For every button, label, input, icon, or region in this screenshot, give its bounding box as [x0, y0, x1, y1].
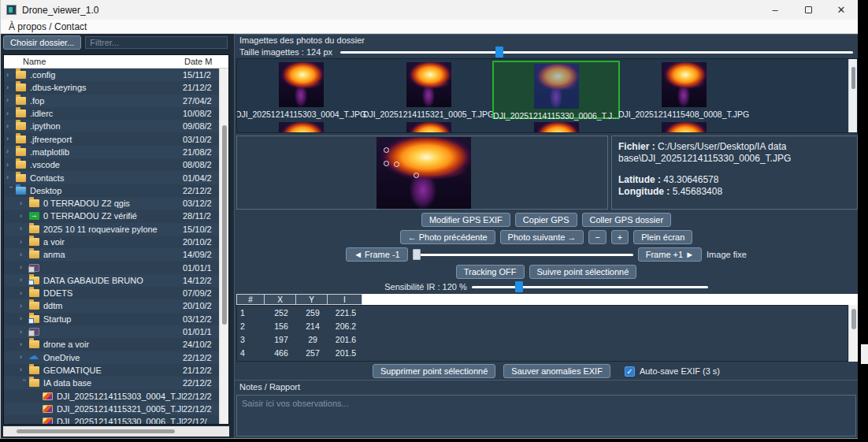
tree-row[interactable]: ›anma14/09/2: [4, 248, 219, 261]
modify-gps-exif-button[interactable]: Modifier GPS EXIF: [421, 213, 510, 227]
column-header[interactable]: Y: [296, 294, 328, 305]
tree-expand-icon[interactable]: ›: [20, 366, 28, 373]
thumbnail[interactable]: DJI_20251214115330_0006_T.J...: [492, 61, 620, 119]
tree-expand-icon[interactable]: ›: [20, 315, 28, 322]
thumbnail-size-slider[interactable]: [340, 51, 853, 54]
tree-row[interactable]: ›ddtm20/10/2: [4, 299, 219, 312]
tree-row[interactable]: ›.matplotlib21/08/2: [4, 146, 219, 158]
tree-row[interactable]: ›IA data base22/12/2: [4, 377, 219, 389]
tree-expand-icon[interactable]: ›: [6, 123, 15, 130]
table-row[interactable]: 4466257201.5: [237, 346, 848, 359]
thumbnail[interactable]: DJI_20251214115408_0008_T.JPG: [620, 61, 747, 119]
maximize-button[interactable]: [792, 0, 825, 20]
column-header[interactable]: #: [236, 294, 265, 305]
thumbnail[interactable]: [492, 121, 620, 133]
tree-row[interactable]: DJI_20251214115330_0006_T.JPG22/12/: [4, 415, 219, 424]
tree-row[interactable]: DJI_20251214115303_0004_T.JPG22/12/2: [4, 389, 219, 402]
tree-expand-icon[interactable]: ›: [20, 277, 28, 284]
table-vertical-scrollbar[interactable]: [848, 305, 858, 362]
tree-expand-icon[interactable]: ›: [6, 148, 15, 155]
frame-slider[interactable]: [413, 254, 633, 256]
table-row[interactable]: 319729201.6: [237, 332, 848, 346]
tree-expand-icon[interactable]: ›: [6, 97, 15, 104]
thumbnail[interactable]: DJI_20251214115303_0004_T.JPG: [237, 61, 365, 119]
scrollbar-thumb[interactable]: [851, 67, 855, 89]
ir-sensitivity-slider[interactable]: [472, 286, 708, 288]
tree-expand-icon[interactable]: ›: [20, 225, 28, 232]
close-button[interactable]: ✕: [825, 0, 858, 20]
tree-row[interactable]: ›Contacts01/04/2: [4, 171, 219, 184]
tree-row[interactable]: ›a voir20/10/2: [4, 236, 219, 248]
tree-expand-icon[interactable]: ›: [20, 354, 28, 361]
tree-expand-icon[interactable]: ›: [20, 379, 28, 388]
zoom-out-button[interactable]: −: [588, 230, 606, 244]
tree-expand-icon[interactable]: ›: [6, 174, 15, 181]
zoom-in-button[interactable]: +: [611, 230, 629, 244]
tree-row[interactable]: ›.ipython09/08/2: [4, 120, 219, 132]
choose-folder-button[interactable]: Choisir dossier...: [3, 35, 81, 50]
notes-textarea[interactable]: [236, 395, 856, 436]
filter-input[interactable]: [85, 36, 228, 49]
fullscreen-button[interactable]: Plein écran: [633, 230, 692, 244]
tree-expand-icon[interactable]: ›: [20, 264, 28, 271]
tracking-toggle-button[interactable]: Tracking OFF: [456, 265, 525, 279]
table-row[interactable]: 1252259221.5: [237, 306, 848, 319]
tree-expand-icon[interactable]: ›: [20, 303, 28, 310]
tree-expand-icon[interactable]: ›: [6, 136, 15, 143]
copy-gps-button[interactable]: Copier GPS: [515, 213, 577, 227]
tree-row[interactable]: ›.idlerc10/08/2: [4, 107, 219, 120]
column-header[interactable]: X: [265, 294, 296, 305]
tree-row[interactable]: ›0 TERRADOU Z2 qgis03/12/2: [4, 197, 219, 210]
tree-row[interactable]: ›.vscode08/08/2: [4, 158, 219, 171]
tree-row[interactable]: ›DDETS07/09/2: [4, 287, 219, 299]
frame-minus-button[interactable]: ◄ Frame -1: [346, 247, 408, 262]
save-exif-anomalies-button[interactable]: Sauver anomalies EXIF: [503, 364, 610, 378]
column-header[interactable]: I: [328, 294, 362, 305]
thumbnail[interactable]: [620, 121, 747, 133]
tree-expand-icon[interactable]: ›: [20, 341, 28, 348]
previous-photo-button[interactable]: ← Photo précédente: [400, 230, 495, 244]
tree-expand-icon[interactable]: ›: [6, 72, 15, 79]
scrollbar-thumb[interactable]: [17, 429, 175, 433]
tree-expand-icon[interactable]: ›: [20, 213, 28, 220]
tree-row[interactable]: ›Desktop22/12/2: [4, 184, 219, 197]
tree-row[interactable]: ›Startup03/12/2: [4, 313, 219, 325]
tree-expand-icon[interactable]: ›: [7, 186, 14, 195]
tree-row[interactable]: ›0 TERRADOU Z2 vérifié28/11/2: [4, 210, 219, 222]
tree-row[interactable]: ›DATA GABAUDE BRUNO14/12/2: [4, 274, 219, 287]
tree-vertical-scrollbar[interactable]: [219, 69, 228, 424]
scrollbar-thumb[interactable]: [222, 125, 227, 325]
thumbnail[interactable]: DJI_20251214115321_0005_T.JPG: [365, 61, 492, 119]
thermal-preview-image[interactable]: [377, 137, 471, 209]
thumbnail[interactable]: [237, 121, 365, 133]
tree-row[interactable]: ›.dbus-keyrings21/12/2: [4, 81, 219, 94]
frame-plus-button[interactable]: Frame +1 ►: [638, 247, 702, 262]
gallery-vertical-scrollbar[interactable]: [848, 59, 857, 132]
column-header-name[interactable]: Name: [4, 57, 184, 66]
tree-row[interactable]: ›.config15/11/2: [4, 69, 219, 81]
menu-item-about-contact[interactable]: À propos / Contact: [9, 21, 87, 32]
tree-row[interactable]: ›01/01/1: [4, 325, 219, 338]
tree-row[interactable]: ›.fop27/04/2: [4, 95, 219, 107]
tree-expand-icon[interactable]: ›: [20, 329, 28, 336]
tree-row[interactable]: DJI_20251214115321_0005_T.JPG22/12/2: [4, 403, 219, 415]
tree-expand-icon[interactable]: ›: [6, 162, 15, 169]
table-row[interactable]: 2156214206.2: [237, 319, 848, 332]
slider-handle[interactable]: [495, 46, 503, 58]
delete-selected-point-button[interactable]: Supprimer point sélectionné: [373, 364, 495, 378]
follow-selected-point-button[interactable]: Suivre point sélectionné: [529, 265, 637, 279]
tree-expand-icon[interactable]: ›: [6, 84, 15, 91]
tree-expand-icon[interactable]: ›: [6, 110, 15, 117]
autosave-checkbox[interactable]: ✓: [625, 366, 635, 377]
minimize-button[interactable]: –: [759, 0, 792, 20]
tree-row[interactable]: ›.jfreereport03/10/2: [4, 132, 219, 145]
tree-expand-icon[interactable]: ›: [20, 200, 28, 207]
tree-horizontal-scrollbar[interactable]: [3, 426, 229, 436]
tree-expand-icon[interactable]: ›: [20, 239, 28, 246]
slider-handle[interactable]: [413, 249, 421, 260]
next-photo-button[interactable]: Photo suivante →: [500, 230, 584, 244]
tree-row[interactable]: ›2025 10 11 roquevaire pylone15/10/2: [4, 223, 219, 236]
tree-expand-icon[interactable]: ›: [20, 251, 28, 258]
tree-expand-icon[interactable]: ›: [20, 290, 28, 297]
paste-gps-folder-button[interactable]: Coller GPS dossier: [582, 213, 672, 227]
